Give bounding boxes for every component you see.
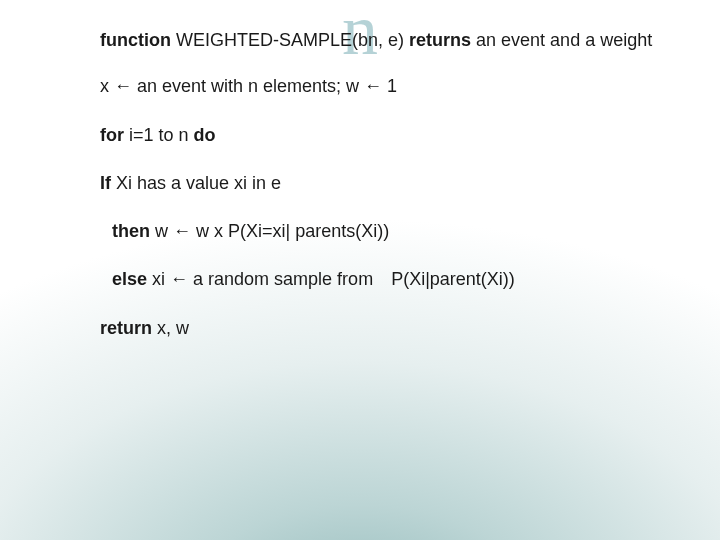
kw-then: then: [112, 221, 150, 241]
kw-function: function: [100, 30, 171, 50]
init-line: x ← an event with n elements; w ← 1: [100, 74, 666, 98]
kw-returns: returns: [409, 30, 471, 50]
kw-for: for: [100, 125, 124, 145]
for-mid: i=1 to n: [124, 125, 194, 145]
return-line: return x, w: [100, 316, 666, 340]
kw-else: else: [112, 269, 147, 289]
if-rest: Xi has a value xi in e: [111, 173, 281, 193]
if-line: If Xi has a value xi in e: [100, 171, 666, 195]
else-tail: P(Xi|parent(Xi)): [391, 269, 515, 289]
sig-tail: an event and a weight: [471, 30, 652, 50]
kw-if: If: [100, 173, 111, 193]
else-mid: xi ← a random sample from: [147, 269, 373, 289]
else-line: else xi ← a random sample fromP(Xi|paren…: [100, 267, 666, 291]
func-name: WEIGHTED-SAMPLE(bn, e): [171, 30, 409, 50]
return-rest: x, w: [152, 318, 189, 338]
function-signature: function WEIGHTED-SAMPLE(bn, e) returns …: [100, 28, 666, 52]
then-rest: w ← w x P(Xi=xi| parents(Xi)): [150, 221, 389, 241]
then-line: then w ← w x P(Xi=xi| parents(Xi)): [100, 219, 666, 243]
kw-return: return: [100, 318, 152, 338]
kw-do: do: [194, 125, 216, 145]
slide-body: function WEIGHTED-SAMPLE(bn, e) returns …: [0, 0, 720, 340]
for-line: for i=1 to n do: [100, 123, 666, 147]
